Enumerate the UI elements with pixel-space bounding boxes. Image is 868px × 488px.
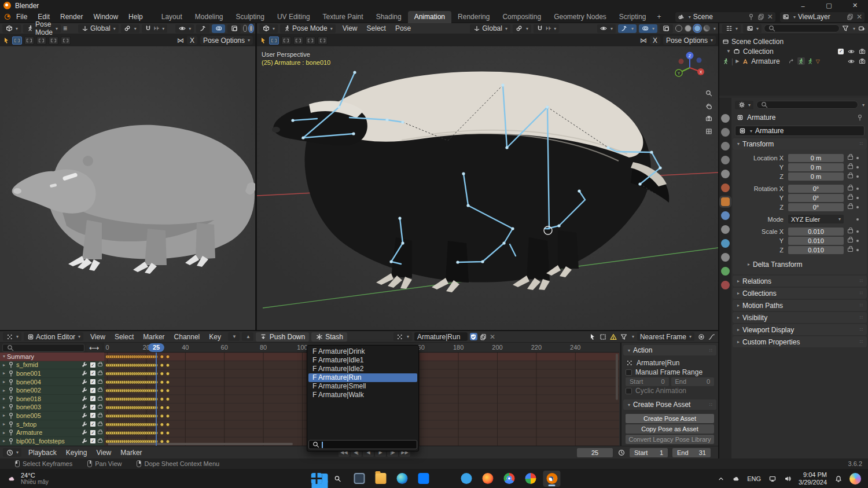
pin-icon[interactable] — [7, 403, 14, 411]
animate-dot[interactable] — [856, 218, 859, 221]
tweak-tool-icon[interactable] — [2, 36, 10, 44]
keyframe[interactable] — [160, 380, 164, 384]
transform-value-field[interactable]: 0 m — [788, 154, 844, 162]
delta-transform-header[interactable]: ▸Delta Transform — [743, 259, 865, 270]
new-scene-icon[interactable] — [757, 13, 765, 21]
channel-row-s_fxmid[interactable]: ▸s_fxmid — [0, 361, 104, 370]
animate-dot[interactable] — [856, 240, 859, 242]
shading-rendered-button[interactable] — [703, 25, 710, 32]
select-mode-invert[interactable] — [306, 36, 315, 45]
properties-tab-physics[interactable] — [721, 239, 730, 248]
minimize-button[interactable]: – — [790, 0, 816, 11]
editor-type-button[interactable]: ▾ — [3, 332, 21, 341]
dope-menu-key[interactable]: Key — [204, 333, 226, 341]
animate-dot[interactable] — [856, 230, 859, 233]
move-action-down[interactable]: ▼ — [228, 332, 240, 341]
mode-selector[interactable]: Pose Mode▾ — [280, 24, 336, 33]
orientation-selector[interactable]: Global▾ — [78, 24, 119, 33]
lock-icon[interactable] — [98, 397, 102, 401]
cyclic-checkbox[interactable] — [626, 388, 632, 394]
horizontal-scrollbar[interactable] — [108, 443, 293, 445]
orientation-selector[interactable]: Global▾ — [470, 24, 510, 33]
disable-render-icon[interactable] — [858, 47, 866, 55]
transform-value-field[interactable]: 0.010 — [788, 237, 844, 245]
lock-icon[interactable] — [848, 205, 853, 209]
keyframe[interactable] — [160, 431, 164, 435]
expand-arrow-icon[interactable]: ▸ — [3, 421, 5, 427]
viewport-right-canvas[interactable]: User Perspective (25) Armature : bone010… — [257, 46, 718, 330]
transform-value-field[interactable]: 0° — [788, 185, 844, 193]
app-menu-icon[interactable] — [3, 13, 11, 21]
overlays-toggle[interactable] — [212, 24, 225, 33]
pin-icon[interactable] — [7, 429, 14, 436]
properties-tab-render[interactable] — [721, 128, 730, 137]
modifier-wrench-icon[interactable] — [80, 429, 88, 436]
unlink-action-icon[interactable]: ✕ — [490, 333, 495, 341]
workspace-tab-sculpting[interactable]: Sculpting — [230, 11, 271, 23]
tweak-tool-icon[interactable] — [259, 36, 267, 44]
pin-icon[interactable] — [7, 378, 14, 386]
animate-dot[interactable] — [856, 197, 859, 199]
network-icon[interactable] — [768, 475, 776, 482]
end-frame-field[interactable]: End31 — [672, 448, 711, 457]
transform-value-field[interactable]: 0 m — [788, 173, 844, 181]
lock-icon[interactable] — [98, 431, 102, 434]
animate-dot[interactable] — [856, 188, 859, 190]
gizmo-toggle[interactable]: ▾ — [618, 24, 637, 33]
channel-row-summary[interactable]: ▾Summary — [0, 353, 104, 361]
hide-viewport-icon[interactable] — [847, 47, 855, 55]
current-frame-field[interactable]: 25 — [577, 448, 613, 457]
mute-checkbox[interactable] — [90, 430, 95, 435]
expand-arrow-icon[interactable]: ▸ — [3, 362, 5, 368]
timeline-menu-playback[interactable]: Playback — [24, 449, 61, 457]
taskbar-app-calculator[interactable] — [436, 471, 454, 487]
copilot-icon[interactable] — [849, 473, 861, 485]
workspace-tab-animation[interactable]: Animation — [408, 11, 451, 23]
disable-render-icon[interactable] — [858, 57, 866, 65]
expand-arrow-icon[interactable]: ▸ — [3, 405, 5, 410]
shading-wireframe-button[interactable] — [243, 25, 247, 32]
timeline-menu-view[interactable]: View — [91, 449, 116, 457]
taskbar-app-blender[interactable] — [543, 471, 561, 487]
transform-panel-header[interactable]: ▾Transform∷ — [733, 138, 867, 149]
playhead-line[interactable] — [156, 353, 157, 446]
dope-menu-view[interactable]: View — [86, 333, 110, 341]
add-workspace-button[interactable]: + — [653, 13, 666, 21]
lock-icon[interactable] — [98, 388, 102, 392]
taskbar-app-edge[interactable] — [393, 471, 411, 487]
properties-tab-particles[interactable] — [721, 225, 730, 234]
editor-type-button[interactable]: ▾ — [735, 101, 753, 109]
keyframe[interactable] — [166, 398, 170, 401]
lock-icon[interactable] — [848, 196, 853, 200]
outliner-row-collection[interactable]: ▼ Collection — [719, 46, 868, 56]
notifications-icon[interactable] — [834, 475, 842, 482]
timeline-menu-keying[interactable]: Keying — [61, 449, 92, 457]
properties-tab-tool[interactable] — [721, 114, 730, 123]
menu-window[interactable]: Window — [88, 13, 123, 21]
copy-pose-asset-button[interactable]: Copy Pose as Asset — [626, 424, 714, 434]
expand-arrow-icon[interactable]: ▸ — [3, 379, 5, 384]
dope-mode-selector[interactable]: Action Editor▾ — [24, 332, 83, 341]
keyframe[interactable] — [166, 431, 170, 435]
workspace-tab-texture-paint[interactable]: Texture Paint — [317, 11, 370, 23]
select-mode-extend[interactable] — [24, 36, 34, 45]
pin-icon[interactable] — [7, 361, 14, 369]
create-pose-asset-button[interactable]: Create Pose Asset — [626, 414, 714, 423]
select-mode-box[interactable] — [12, 36, 22, 45]
pose-options-dropdown[interactable]: Pose Options▾ — [200, 36, 253, 45]
transform-value-field[interactable]: 0.010 — [788, 228, 844, 236]
lock-icon[interactable] — [848, 229, 853, 233]
snap-selector[interactable]: ⊦⊦▾ — [142, 24, 167, 33]
properties-tab-scene[interactable] — [721, 170, 730, 178]
menu-help[interactable]: Help — [123, 13, 148, 21]
modifier-wrench-icon[interactable] — [80, 437, 88, 445]
menu-render[interactable]: Render — [55, 13, 88, 21]
hamburger-icon[interactable]: ≡ — [63, 24, 68, 32]
panel-header-visibility[interactable]: ▸Visibility∷ — [733, 312, 867, 323]
properties-tab-constraints[interactable] — [721, 253, 730, 262]
panel-header-collections[interactable]: ▸Collections∷ — [733, 288, 867, 299]
pin-icon[interactable] — [7, 420, 14, 428]
dope-menu-channel[interactable]: Channel — [170, 333, 205, 341]
mute-checkbox[interactable] — [90, 396, 95, 401]
keyframe[interactable] — [160, 423, 164, 426]
